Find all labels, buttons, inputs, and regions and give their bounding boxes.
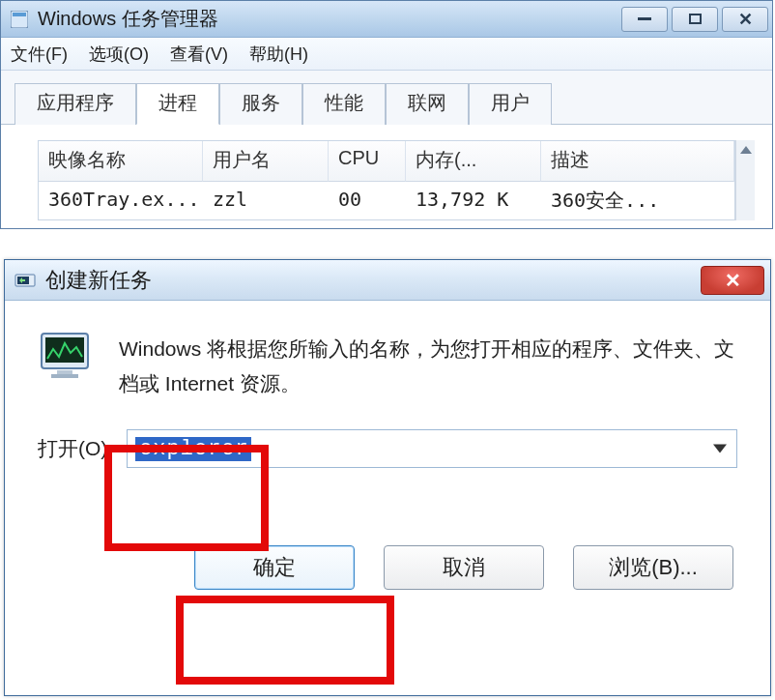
window-controls: ✕ xyxy=(621,7,768,32)
open-input[interactable] xyxy=(135,437,251,461)
open-row: 打开(O): xyxy=(38,429,737,468)
tab-services[interactable]: 服务 xyxy=(219,83,302,125)
menubar: 文件(F) 选项(O) 查看(V) 帮助(H) xyxy=(1,38,772,71)
svg-rect-7 xyxy=(51,374,78,378)
menu-file[interactable]: 文件(F) xyxy=(11,43,68,66)
dialog-title: 创建新任务 xyxy=(45,266,701,295)
browse-button[interactable]: 浏览(B)... xyxy=(573,545,733,590)
dialog-buttons: 确定 取消 浏览(B)... xyxy=(38,545,737,590)
close-button[interactable]: ✕ xyxy=(722,7,768,32)
task-manager-icon xyxy=(11,11,28,28)
col-user-name[interactable]: 用户名 xyxy=(203,141,329,182)
dialog-titlebar[interactable]: 创建新任务 ✕ xyxy=(5,260,770,301)
maximize-icon xyxy=(689,14,702,24)
cell-memory: 13,792 K xyxy=(406,182,541,219)
tab-processes[interactable]: 进程 xyxy=(136,83,219,125)
chevron-down-icon[interactable] xyxy=(713,445,727,453)
menu-options[interactable]: 选项(O) xyxy=(89,43,149,66)
close-icon: ✕ xyxy=(738,11,753,28)
task-manager-window: Windows 任务管理器 ✕ 文件(F) 选项(O) 查看(V) 帮助(H) … xyxy=(0,0,773,229)
svg-rect-1 xyxy=(13,13,26,16)
tab-users[interactable]: 用户 xyxy=(469,83,552,125)
open-combobox[interactable] xyxy=(127,429,737,468)
col-cpu[interactable]: CPU xyxy=(329,141,406,182)
cell-image-name: 360Tray.ex... xyxy=(39,182,203,219)
cell-cpu: 00 xyxy=(329,182,406,219)
svg-rect-6 xyxy=(57,370,72,374)
ok-button[interactable]: 确定 xyxy=(194,545,355,590)
task-manager-title: Windows 任务管理器 xyxy=(38,6,621,32)
cell-description: 360安全... xyxy=(541,182,734,219)
tab-performance[interactable]: 性能 xyxy=(302,83,386,125)
cell-user-name: zzl xyxy=(203,182,329,219)
maximize-button[interactable] xyxy=(672,7,718,32)
dialog-close-button[interactable]: ✕ xyxy=(701,266,764,295)
open-label: 打开(O): xyxy=(38,435,113,462)
cancel-button[interactable]: 取消 xyxy=(384,545,544,590)
create-new-task-dialog: 创建新任务 ✕ Windows 将根据您所输入的名称，为您打开相应的程序、文件夹… xyxy=(4,259,771,696)
tabs: 应用程序 进程 服务 性能 联网 用户 xyxy=(1,71,772,125)
minimize-icon xyxy=(638,17,651,20)
close-icon: ✕ xyxy=(725,269,741,292)
tab-applications[interactable]: 应用程序 xyxy=(14,83,136,125)
minimize-button[interactable] xyxy=(621,7,668,32)
run-large-icon xyxy=(38,328,98,382)
col-image-name[interactable]: 映像名称 xyxy=(39,141,203,182)
col-memory[interactable]: 内存(... xyxy=(406,141,541,182)
table-scrollbar[interactable] xyxy=(735,140,755,220)
task-manager-titlebar[interactable]: Windows 任务管理器 ✕ xyxy=(1,1,772,38)
run-icon xyxy=(14,272,36,289)
process-table: 映像名称 用户名 CPU 内存(... 描述 360Tray.ex... zzl… xyxy=(38,140,735,220)
dialog-info-text: Windows 将根据您所输入的名称，为您打开相应的程序、文件夹、文档或 Int… xyxy=(119,328,737,400)
table-row[interactable]: 360Tray.ex... zzl 00 13,792 K 360安全... xyxy=(39,182,734,219)
processes-panel: 映像名称 用户名 CPU 内存(... 描述 360Tray.ex... zzl… xyxy=(1,125,772,228)
table-header: 映像名称 用户名 CPU 内存(... 描述 xyxy=(39,141,734,182)
menu-view[interactable]: 查看(V) xyxy=(170,43,228,66)
dialog-body: Windows 将根据您所输入的名称，为您打开相应的程序、文件夹、文档或 Int… xyxy=(5,301,770,613)
col-description[interactable]: 描述 xyxy=(541,141,734,182)
scroll-up-icon xyxy=(740,146,752,154)
menu-help[interactable]: 帮助(H) xyxy=(249,43,308,66)
tab-networking[interactable]: 联网 xyxy=(386,83,469,125)
